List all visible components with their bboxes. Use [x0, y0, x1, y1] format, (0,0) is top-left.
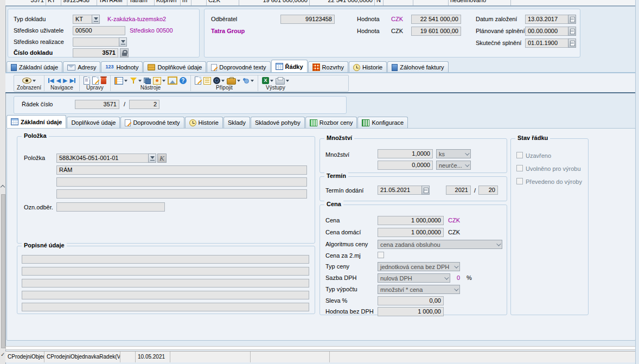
tab-radky[interactable]: Řádky	[271, 60, 308, 73]
uvolneno-checkbox[interactable]	[516, 165, 523, 171]
planning-button[interactable]	[153, 77, 165, 85]
popisne-line-field[interactable]	[22, 303, 309, 311]
stredisko-uzivatele-field[interactable]: 00500	[73, 26, 125, 35]
cislo-dokladu-field[interactable]: 3571	[73, 48, 118, 58]
polozka-k-button[interactable]: K	[157, 154, 167, 163]
hodnota-bez-dph-field[interactable]: 1 000,00	[378, 307, 444, 316]
calendar-icon[interactable]	[568, 39, 576, 48]
mnozstvi2-unit-combo[interactable]: neurče...	[436, 161, 471, 170]
table-columns-button[interactable]	[114, 77, 127, 85]
radek-poradi-field[interactable]: 2	[129, 100, 159, 109]
toolbar-group-label: Navigace	[50, 85, 73, 91]
mnozstvi-field[interactable]: 1,0000	[378, 149, 433, 158]
typ-dokladu-field[interactable]: KT	[73, 15, 92, 24]
stredisko-realizace-lookup-button[interactable]	[119, 37, 127, 47]
subtab-sklady[interactable]: Sklady	[223, 117, 250, 128]
new-button[interactable]	[84, 76, 90, 85]
typ-dokladu-label: Typ dokladu	[14, 16, 46, 22]
bottom-strip	[5, 346, 636, 350]
termin-tyden-field[interactable]: 20	[478, 186, 498, 195]
mnozstvi2-field[interactable]: 0,0000	[378, 161, 433, 170]
prevedeno-checkbox[interactable]	[516, 178, 523, 184]
polozka-line3-field[interactable]	[56, 177, 307, 187]
subtab-konfigurace[interactable]: Konfigurace	[357, 117, 408, 128]
page-icon	[392, 64, 398, 71]
sleva-field[interactable]: 0,00	[378, 296, 444, 305]
subtab-skladove-pohyby[interactable]: Skladové pohyby	[251, 117, 305, 128]
tab-zalohove-faktury[interactable]: Zálohové faktury	[387, 61, 448, 73]
lock-icon[interactable]	[120, 48, 129, 58]
subtab-rozbor-ceny[interactable]: Rozbor ceny	[305, 117, 357, 128]
odberatel-field[interactable]: 99123458	[280, 15, 335, 24]
popisne-line-field[interactable]	[22, 267, 309, 276]
tab-label: Konfigurace	[372, 119, 404, 126]
group-button[interactable]	[144, 78, 151, 84]
cena-domaci-label: Cena domácí	[325, 229, 361, 235]
cena-domaci-field[interactable]: 1 000,0000	[378, 228, 444, 237]
sazba-dph-combo[interactable]: nulová DPH	[378, 273, 450, 283]
skutecne-splneni-field[interactable]: 01.01.1900	[525, 39, 568, 48]
mnozstvi-unit-combo[interactable]: ks	[436, 149, 471, 158]
algoritmus-ceny-combo[interactable]: cena zadaná obsluhou	[378, 240, 502, 249]
popisne-line-field[interactable]	[22, 291, 309, 299]
termin-dodani-field[interactable]: 21.05.2021	[378, 186, 422, 195]
polozka-lookup-button[interactable]	[148, 154, 156, 163]
termin-rok-field[interactable]: 2021	[446, 186, 471, 195]
view-button[interactable]	[22, 78, 36, 84]
left-scrollbar[interactable]	[1, 194, 5, 348]
datum-zalozeni-field[interactable]: 13.03.2017	[525, 15, 568, 24]
filter-button[interactable]	[130, 77, 142, 84]
polozka-name-field[interactable]: RÁM	[56, 165, 307, 175]
ozn-odber-field[interactable]	[56, 202, 165, 212]
radek-cislo-field[interactable]: 3571	[75, 100, 119, 109]
polozka-field[interactable]: 588JK045-051-001-01	[56, 154, 149, 163]
cena-za-2mj-checkbox[interactable]	[378, 252, 384, 258]
typ-vypoctu-combo[interactable]: množství * cena	[378, 285, 460, 294]
export-excel-button[interactable]	[262, 77, 273, 84]
tab-adresy[interactable]: Adresy	[63, 61, 100, 73]
cena-groupbox: Cena Cena 1 000,0000 CZK Cena domácí 1 0…	[320, 205, 507, 315]
tab-zakladni-udaje[interactable]: Základní údaje	[7, 61, 62, 73]
calendar-icon[interactable]	[568, 27, 576, 36]
calendar-icon[interactable]	[568, 15, 576, 24]
uzavreno-checkbox[interactable]	[516, 152, 523, 158]
tab-historie[interactable]: Historie	[349, 61, 387, 73]
subtab-doprovodne-texty[interactable]: Doprovodné texty	[120, 117, 184, 128]
grid-row-partial[interactable]: 3571 KT 99123458 TATRAM Tatram Kopřivn m…	[5, 0, 636, 5]
subtab-zakladni-udaje[interactable]: Základní údaje	[7, 115, 66, 128]
first-record-button[interactable]	[48, 77, 54, 84]
planovane-splneni-field[interactable]: 00.00.0000	[525, 27, 568, 36]
attach-document-button[interactable]	[227, 76, 240, 85]
sazba-dph-label: Sazba DPH	[325, 274, 356, 281]
attach-photo-button[interactable]	[213, 77, 225, 84]
list-icon	[203, 77, 211, 85]
hodnota2-field[interactable]: 19 601 000,00	[411, 27, 461, 36]
edit-button[interactable]	[92, 76, 99, 85]
tab-doplnkove-udaje[interactable]: Doplňkové údaje	[143, 61, 206, 73]
next-record-button[interactable]	[63, 77, 67, 84]
subtab-historie[interactable]: Historie	[185, 117, 223, 128]
stredisko-realizace-field[interactable]	[73, 37, 119, 47]
last-record-button[interactable]	[69, 77, 75, 84]
calendar-icon[interactable]	[421, 186, 430, 195]
attach-note-button[interactable]	[195, 76, 201, 85]
attach-links-button[interactable]	[242, 78, 254, 84]
subtab-doplnkove-udaje[interactable]: Doplňkové údaje	[67, 117, 120, 128]
typ-ceny-combo[interactable]: jednotková cena bez DPH	[378, 262, 460, 271]
popisne-line-field[interactable]	[22, 255, 309, 264]
help-button[interactable]	[180, 77, 187, 84]
tab-rozvrhy[interactable]: Rozvrhy	[308, 61, 348, 73]
print-button[interactable]	[276, 76, 289, 85]
tab-doprovodne-texty[interactable]: Doprovodné texty	[207, 61, 270, 73]
popisne-line-field[interactable]	[22, 279, 309, 288]
collapse-up-icon[interactable]	[1, 185, 5, 189]
attach-list-button[interactable]	[203, 77, 211, 85]
hodnota1-field[interactable]: 22 541 000,00	[411, 15, 461, 24]
delete-button[interactable]	[101, 78, 106, 84]
tab-hodnoty[interactable]: Hodnoty	[101, 61, 143, 73]
cena-field[interactable]: 1 000,0000	[378, 216, 444, 225]
prev-record-button[interactable]	[56, 77, 61, 84]
polozka-line4-field[interactable]	[56, 189, 307, 199]
image-button[interactable]	[168, 76, 177, 85]
typ-dokladu-lookup-button[interactable]	[92, 15, 100, 24]
